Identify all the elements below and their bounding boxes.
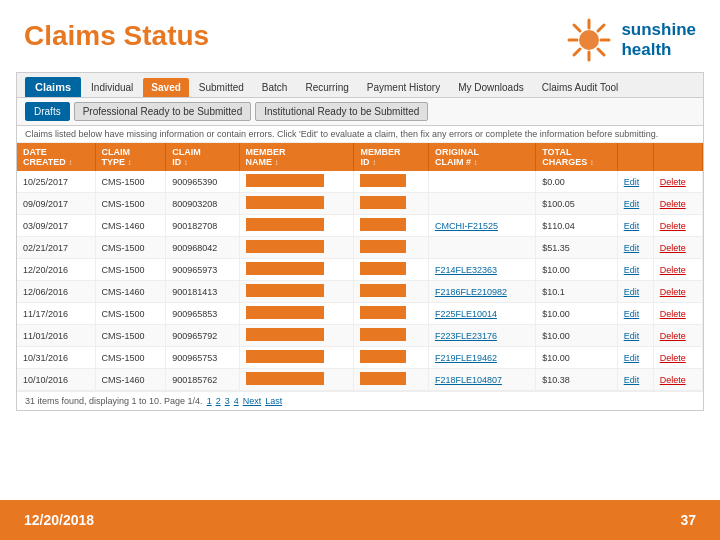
edit-link[interactable]: Edit bbox=[624, 309, 640, 319]
cell-member-name bbox=[239, 303, 354, 325]
cell-delete[interactable]: Delete bbox=[653, 281, 702, 303]
member-id-redacted bbox=[360, 284, 406, 297]
original-claim-link[interactable]: F218FLE104807 bbox=[435, 375, 502, 385]
delete-link[interactable]: Delete bbox=[660, 353, 686, 363]
edit-link[interactable]: Edit bbox=[624, 265, 640, 275]
svg-line-5 bbox=[574, 25, 580, 31]
cell-member-name bbox=[239, 171, 354, 193]
col-member-id: MEMBERID ↕ bbox=[354, 143, 428, 171]
tab-batch[interactable]: Batch bbox=[254, 78, 296, 97]
cell-delete[interactable]: Delete bbox=[653, 193, 702, 215]
cell-delete[interactable]: Delete bbox=[653, 303, 702, 325]
next-link[interactable]: Next bbox=[243, 396, 262, 406]
original-claim-link[interactable]: F2186FLE210982 bbox=[435, 287, 507, 297]
tab-claims-audit-tool[interactable]: Claims Audit Tool bbox=[534, 78, 627, 97]
cell-member-name bbox=[239, 325, 354, 347]
cell-edit[interactable]: Edit bbox=[617, 215, 653, 237]
cell-date: 10/25/2017 bbox=[17, 171, 95, 193]
delete-link[interactable]: Delete bbox=[660, 287, 686, 297]
page-4-link[interactable]: 4 bbox=[234, 396, 239, 406]
cell-id: 900182708 bbox=[166, 215, 239, 237]
cell-date: 02/21/2017 bbox=[17, 237, 95, 259]
subtab-drafts[interactable]: Drafts bbox=[25, 102, 70, 121]
original-claim-link[interactable]: F214FLE32363 bbox=[435, 265, 497, 275]
cell-edit[interactable]: Edit bbox=[617, 259, 653, 281]
cell-original-claim[interactable]: F225FLE10014 bbox=[428, 303, 535, 325]
cell-id: 900965853 bbox=[166, 303, 239, 325]
member-name-redacted bbox=[246, 262, 324, 275]
edit-link[interactable]: Edit bbox=[624, 331, 640, 341]
delete-link[interactable]: Delete bbox=[660, 177, 686, 187]
cell-delete[interactable]: Delete bbox=[653, 325, 702, 347]
cell-delete[interactable]: Delete bbox=[653, 215, 702, 237]
original-claim-link[interactable]: F223FLE23176 bbox=[435, 331, 497, 341]
cell-member-id bbox=[354, 325, 428, 347]
page-3-link[interactable]: 3 bbox=[225, 396, 230, 406]
tab-recurring[interactable]: Recurring bbox=[297, 78, 356, 97]
delete-link[interactable]: Delete bbox=[660, 309, 686, 319]
subtab-professional-ready[interactable]: Professional Ready to be Submitted bbox=[74, 102, 252, 121]
edit-link[interactable]: Edit bbox=[624, 221, 640, 231]
delete-link[interactable]: Delete bbox=[660, 243, 686, 253]
cell-edit[interactable]: Edit bbox=[617, 171, 653, 193]
delete-link[interactable]: Delete bbox=[660, 221, 686, 231]
delete-link[interactable]: Delete bbox=[660, 375, 686, 385]
cell-edit[interactable]: Edit bbox=[617, 193, 653, 215]
tab-individual[interactable]: Individual bbox=[83, 78, 141, 97]
tab-saved[interactable]: Saved bbox=[143, 78, 188, 97]
cell-delete[interactable]: Delete bbox=[653, 259, 702, 281]
tab-submitted[interactable]: Submitted bbox=[191, 78, 252, 97]
tab-my-downloads[interactable]: My Downloads bbox=[450, 78, 532, 97]
table-row: 02/21/2017 CMS-1500 900968042 $51.35 Edi… bbox=[17, 237, 703, 259]
original-claim-link[interactable]: F219FLE19462 bbox=[435, 353, 497, 363]
cell-edit[interactable]: Edit bbox=[617, 347, 653, 369]
edit-link[interactable]: Edit bbox=[624, 199, 640, 209]
cell-delete[interactable]: Delete bbox=[653, 171, 702, 193]
cell-member-name bbox=[239, 237, 354, 259]
cell-original-claim[interactable]: CMCHI-F21525 bbox=[428, 215, 535, 237]
page-header: Claims Status sunshine health bbox=[0, 0, 720, 72]
edit-link[interactable]: Edit bbox=[624, 287, 640, 297]
member-name-redacted bbox=[246, 350, 324, 363]
delete-link[interactable]: Delete bbox=[660, 331, 686, 341]
edit-link[interactable]: Edit bbox=[624, 243, 640, 253]
cell-type: CMS-1460 bbox=[95, 215, 166, 237]
cell-original-claim[interactable]: F214FLE32363 bbox=[428, 259, 535, 281]
cell-edit[interactable]: Edit bbox=[617, 237, 653, 259]
main-tab-bar: Claims Individual Saved Submitted Batch … bbox=[17, 73, 703, 98]
original-claim-link[interactable]: F225FLE10014 bbox=[435, 309, 497, 319]
cell-delete[interactable]: Delete bbox=[653, 347, 702, 369]
cell-original-claim[interactable]: F219FLE19462 bbox=[428, 347, 535, 369]
cell-id: 900185762 bbox=[166, 369, 239, 391]
pagination-row: 31 items found, displaying 1 to 10. Page… bbox=[17, 391, 703, 410]
page-1-link[interactable]: 1 bbox=[207, 396, 212, 406]
tab-claims[interactable]: Claims bbox=[25, 77, 81, 97]
cell-total-charges: $10.1 bbox=[536, 281, 617, 303]
page-2-link[interactable]: 2 bbox=[216, 396, 221, 406]
cell-delete[interactable]: Delete bbox=[653, 237, 702, 259]
cell-original-claim[interactable]: F2186FLE210982 bbox=[428, 281, 535, 303]
subtab-institutional-ready[interactable]: Institutional Ready to be Submitted bbox=[255, 102, 428, 121]
original-claim-link[interactable]: CMCHI-F21525 bbox=[435, 221, 498, 231]
cell-edit[interactable]: Edit bbox=[617, 303, 653, 325]
cell-delete[interactable]: Delete bbox=[653, 369, 702, 391]
member-name-redacted bbox=[246, 372, 324, 385]
cell-member-id bbox=[354, 193, 428, 215]
cell-original-claim[interactable]: F218FLE104807 bbox=[428, 369, 535, 391]
edit-link[interactable]: Edit bbox=[624, 177, 640, 187]
cell-original-claim bbox=[428, 237, 535, 259]
cell-date: 12/06/2016 bbox=[17, 281, 95, 303]
cell-original-claim[interactable]: F223FLE23176 bbox=[428, 325, 535, 347]
table-row: 09/09/2017 CMS-1500 800903208 $100.05 Ed… bbox=[17, 193, 703, 215]
delete-link[interactable]: Delete bbox=[660, 199, 686, 209]
cell-date: 10/10/2016 bbox=[17, 369, 95, 391]
delete-link[interactable]: Delete bbox=[660, 265, 686, 275]
cell-edit[interactable]: Edit bbox=[617, 369, 653, 391]
last-link[interactable]: Last bbox=[265, 396, 282, 406]
cell-date: 12/20/2016 bbox=[17, 259, 95, 281]
tab-payment-history[interactable]: Payment History bbox=[359, 78, 448, 97]
edit-link[interactable]: Edit bbox=[624, 353, 640, 363]
edit-link[interactable]: Edit bbox=[624, 375, 640, 385]
cell-edit[interactable]: Edit bbox=[617, 325, 653, 347]
cell-edit[interactable]: Edit bbox=[617, 281, 653, 303]
